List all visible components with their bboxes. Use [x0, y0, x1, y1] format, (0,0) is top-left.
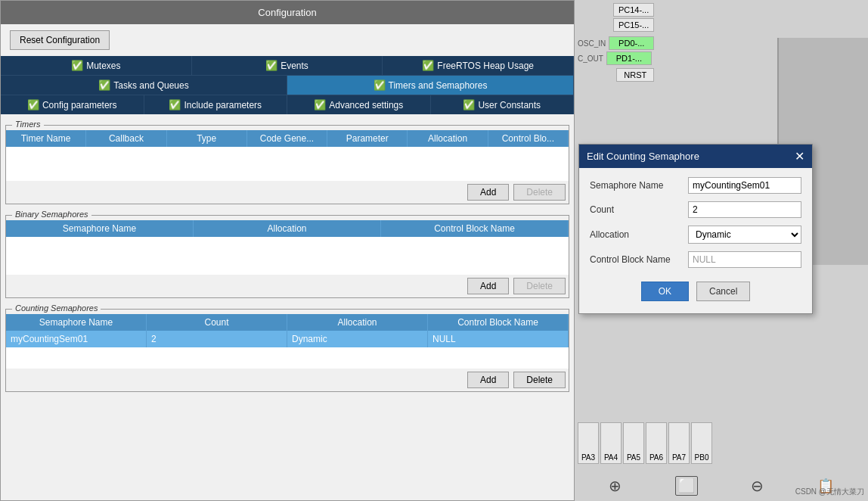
th-callback: Callback [86, 130, 166, 147]
th-bin-control-block: Control Block Name [381, 220, 569, 237]
counting-sem-btn-row: Add Delete [6, 369, 569, 391]
th-cnt-control-block: Control Block Name [428, 314, 569, 331]
dialog-semaphore-name-input[interactable] [688, 177, 801, 194]
tab-config-params[interactable]: ✅ Config parameters [1, 95, 144, 114]
tabs-row-1: ✅ Mutexes ✅ Events ✅ FreeRTOS Heap Usage [1, 56, 574, 75]
dialog-title-bar: Edit Counting Semaphore ✕ [579, 145, 812, 168]
check-icon-advanced: ✅ [314, 99, 326, 110]
dialog-allocation-select[interactable]: Dynamic Static [688, 226, 801, 244]
c-out-label: C_OUT [578, 54, 603, 63]
bottom-pins-area: PA3 PA4 PA5 PA6 PA7 PB0 [575, 419, 715, 467]
timers-section: Timers Timer Name Callback Type Code Gen… [5, 125, 569, 204]
tabs-row-3: ✅ Config parameters ✅ Include parameters… [1, 95, 574, 114]
th-code-gene: Code Gene... [247, 130, 327, 147]
counting-sem-add-button[interactable]: Add [467, 372, 509, 388]
edit-counting-semaphore-dialog: Edit Counting Semaphore ✕ Semaphore Name… [578, 144, 813, 314]
check-icon-timers: ✅ [374, 79, 386, 91]
zoom-out-icon[interactable]: ⊖ [751, 477, 764, 495]
check-icon-events: ✅ [265, 60, 277, 71]
dialog-control-block-label: Control Block Name [590, 254, 688, 265]
th-bin-sem-name: Semaphore Name [6, 220, 194, 237]
timers-add-button[interactable]: Add [467, 184, 509, 201]
pin-pb0: PB0 [691, 422, 712, 464]
tab-events[interactable]: ✅ Events [192, 56, 383, 75]
counting-sem-delete-button[interactable]: Delete [513, 372, 566, 388]
cnt-count-cell: 2 [147, 331, 287, 347]
counting-sem-table-body[interactable]: myCountingSem01 2 Dynamic NULL [6, 331, 569, 369]
cnt-control-block-cell: NULL [428, 331, 569, 347]
check-icon-mutexes: ✅ [71, 60, 83, 71]
check-icon-config: ✅ [27, 99, 39, 110]
dialog-allocation-label: Allocation [590, 229, 688, 240]
pin-pa5: PA5 [623, 422, 644, 464]
dialog-buttons: OK Cancel [590, 275, 801, 304]
check-icon-include: ✅ [169, 99, 181, 110]
binary-sem-btn-row: Add Delete [6, 275, 569, 297]
tab-include-params[interactable]: ✅ Include parameters [144, 95, 288, 114]
counting-semaphores-title: Counting Semaphores [12, 303, 101, 313]
binary-sem-table-header: Semaphore Name Allocation Control Block … [6, 220, 569, 237]
frame-icon[interactable]: ⬜ [675, 476, 698, 496]
th-timer-name: Timer Name [6, 130, 86, 147]
th-parameter: Parameter [327, 130, 408, 147]
dialog-count-input[interactable] [688, 201, 801, 218]
osc-in-label: OSC_IN [578, 39, 606, 48]
timers-delete-button[interactable]: Delete [513, 184, 566, 201]
binary-semaphores-title: Binary Semaphores [12, 210, 91, 219]
dialog-cancel-button[interactable]: Cancel [696, 282, 750, 301]
cnt-sem-name-cell: myCountingSem01 [6, 331, 147, 347]
pin-pa7: PA7 [668, 422, 690, 464]
dialog-close-button[interactable]: ✕ [795, 149, 804, 163]
config-panel: Configuration Reset Configuration ✅ Mute… [0, 0, 575, 501]
dialog-control-block-input[interactable] [688, 251, 801, 268]
dialog-count-label: Count [590, 204, 688, 215]
zoom-in-icon[interactable]: ⊕ [609, 477, 622, 495]
dialog-ok-button[interactable]: OK [641, 282, 689, 301]
tab-freertos-heap[interactable]: ✅ FreeRTOS Heap Usage [383, 56, 574, 75]
reset-btn-area: Reset Configuration [1, 24, 574, 56]
dialog-semaphore-name-field: Semaphore Name [590, 177, 801, 194]
th-cnt-count: Count [147, 314, 287, 331]
tab-user-constants[interactable]: ✅ User Constants [431, 95, 575, 114]
pin-pa6: PA6 [646, 422, 667, 464]
timers-table-body [6, 147, 569, 181]
pin-pd0: PD0-... [609, 36, 654, 50]
pin-pc15: PC15-... [613, 18, 654, 32]
pin-pd1: PD1-... [606, 51, 652, 65]
config-title: Configuration [1, 1, 574, 24]
binary-sem-table-body [6, 237, 569, 275]
binary-sem-delete-button[interactable]: Delete [513, 278, 566, 294]
reset-config-button[interactable]: Reset Configuration [10, 30, 110, 50]
check-icon-tasks: ✅ [98, 79, 110, 91]
timers-btn-row: Add Delete [6, 181, 569, 204]
dialog-body: Semaphore Name Count Allocation Dynamic … [579, 168, 812, 313]
tab-tasks-queues[interactable]: ✅ Tasks and Queues [1, 76, 287, 95]
dialog-allocation-field: Allocation Dynamic Static [590, 226, 801, 244]
dialog-count-field: Count [590, 201, 801, 218]
counting-semaphores-section: Counting Semaphores Semaphore Name Count… [5, 309, 569, 392]
check-icon-heap: ✅ [422, 60, 434, 71]
dialog-title: Edit Counting Semaphore [587, 151, 699, 162]
binary-sem-add-button[interactable]: Add [467, 278, 509, 294]
cnt-allocation-cell: Dynamic [287, 331, 428, 347]
pin-pa3: PA3 [578, 422, 599, 464]
tab-advanced-settings[interactable]: ✅ Advanced settings [287, 95, 431, 114]
dialog-semaphore-name-label: Semaphore Name [590, 180, 688, 191]
tab-timers-semaphores[interactable]: ✅ Timers and Semaphores [287, 76, 574, 95]
timers-table-header: Timer Name Callback Type Code Gene... Pa… [6, 130, 569, 147]
th-allocation: Allocation [408, 130, 488, 147]
counting-sem-table-header: Semaphore Name Count Allocation Control … [6, 314, 569, 331]
pin-nrst: NRST [616, 68, 654, 82]
tab-mutexes[interactable]: ✅ Mutexes [1, 56, 192, 75]
th-cnt-sem-name: Semaphore Name [6, 314, 147, 331]
counting-sem-row[interactable]: myCountingSem01 2 Dynamic NULL [6, 331, 569, 347]
th-type: Type [167, 130, 247, 147]
binary-semaphores-section: Binary Semaphores Semaphore Name Allocat… [5, 215, 569, 298]
top-pins-area: PC14-... PC15-... OSC_IN PD0-... C_OUT P… [575, 0, 657, 85]
check-icon-user: ✅ [463, 99, 475, 110]
timers-section-title: Timers [12, 120, 44, 129]
watermark: CSDN @无情大菜刀 [795, 487, 864, 497]
th-control-blo: Control Blo... [488, 130, 569, 147]
tabs-row-2: ✅ Tasks and Queues ✅ Timers and Semaphor… [1, 75, 574, 95]
dialog-control-block-field: Control Block Name [590, 251, 801, 268]
